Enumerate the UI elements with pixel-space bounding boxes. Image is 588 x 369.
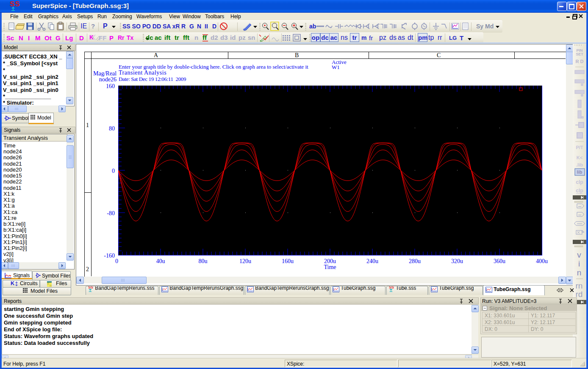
svg-text:P/T: P/T bbox=[576, 145, 583, 150]
svg-text:SET: SET bbox=[576, 52, 583, 56]
svg-text:.lib: .lib bbox=[576, 162, 583, 167]
svg-text:v: v bbox=[577, 250, 581, 259]
svg-text:n: n bbox=[577, 268, 582, 277]
svg-text:K<: K< bbox=[577, 155, 582, 160]
svg-text:i: i bbox=[578, 259, 580, 268]
svg-text:R D: R D bbox=[576, 59, 584, 64]
svg-text:lib: lib bbox=[577, 169, 582, 175]
svg-text:clp: clp bbox=[576, 179, 583, 185]
svg-text:clp: clp bbox=[576, 188, 583, 194]
